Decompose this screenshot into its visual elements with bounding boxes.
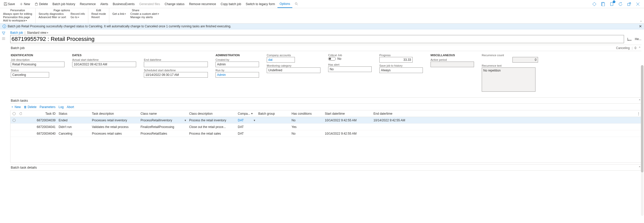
business-events-button[interactable]: BusinessEvents — [111, 0, 137, 8]
chevron-up-icon[interactable]: ⌃ — [638, 166, 641, 169]
save-label: Save — [8, 2, 15, 6]
record-info[interactable]: Record info — [71, 12, 85, 15]
col-task-desc[interactable]: Task description — [90, 110, 139, 117]
message-text: Batch job Retail Processing successfully… — [8, 25, 231, 28]
history-button[interactable]: Batch job history — [50, 0, 77, 8]
col-class-desc[interactable]: Class description — [188, 110, 236, 117]
svg-rect-6 — [602, 3, 605, 6]
grid-more-icon[interactable]: ⋮ — [636, 112, 641, 115]
grid-new-button[interactable]: ＋New — [11, 105, 21, 109]
read-mode[interactable]: Read mode — [91, 12, 106, 15]
batch-tasks-header[interactable]: Batch tasks ⌃ — [10, 97, 641, 104]
chevron-down-icon: ▾ — [125, 13, 126, 15]
options-tab[interactable]: Options — [277, 0, 292, 8]
message-close-icon[interactable]: ✕ — [639, 24, 642, 28]
progress-input[interactable]: 33.33 — [379, 57, 413, 63]
notification-badge: 0 — [613, 1, 615, 3]
col-task-id[interactable]: Task ID — [24, 110, 57, 117]
go-to[interactable]: Go to▾ — [71, 16, 85, 19]
cell-task-id: 68720034040 — [24, 132, 57, 135]
grid-delete-button[interactable]: 🗑Delete — [24, 105, 37, 109]
actual-start-input[interactable]: 10/14/2022 09:42:53 AM — [72, 62, 136, 67]
new-button[interactable]: New — [17, 0, 32, 8]
created-by-input[interactable]: Admin — [216, 62, 259, 67]
remove-recurrence-button[interactable]: Remove recurrence — [187, 0, 218, 8]
page-options-title: Page options — [53, 9, 70, 12]
col-batch-group[interactable]: Batch group — [257, 110, 290, 117]
monitoring-input[interactable]: Undefined — [267, 67, 320, 73]
table-row[interactable]: 68720034041Didn't runValidates the retai… — [10, 124, 641, 130]
change-status-button[interactable]: Change status — [163, 0, 186, 8]
refresh-column[interactable] — [18, 110, 24, 117]
col-has-conditions[interactable]: Has conditions — [290, 110, 323, 117]
cell-status: Canceling — [57, 132, 90, 135]
manage-alerts[interactable]: Manage my alerts — [130, 16, 159, 19]
job-desc-input[interactable]: Retail Processing — [11, 62, 65, 67]
copy-batch-job-button[interactable]: Copy batch job — [219, 0, 243, 8]
details-header[interactable]: Batch task details ⌃ — [10, 164, 641, 171]
active-period-input — [431, 62, 474, 67]
record-title-input[interactable] — [10, 35, 624, 43]
alerts-button[interactable]: Alerts — [98, 0, 110, 8]
recurrence-button[interactable]: Recurrence — [78, 0, 98, 8]
collapse-icon[interactable]: ⌃ — [640, 20, 642, 23]
delete-button[interactable]: Delete — [33, 0, 50, 8]
grid-abort-button[interactable]: Abort — [67, 105, 74, 109]
col-start-date[interactable]: Start date/time — [323, 110, 372, 117]
create-custom-alert[interactable]: Create a custom alert▾ — [130, 12, 159, 15]
scheduled-input[interactable]: 10/14/2022 09:30:17 AM — [144, 72, 208, 78]
get-link[interactable]: Get a link▾ — [112, 12, 126, 15]
batch-tasks-title: Batch tasks — [11, 99, 28, 102]
action-bar: Save New Delete Batch job history Recurr… — [0, 0, 644, 8]
col-end-date[interactable]: End date/time — [372, 110, 421, 117]
view-selector[interactable]: Standard view▾ — [27, 31, 48, 34]
advanced-filter[interactable]: Advanced filter or sort — [39, 16, 66, 19]
diamond-icon[interactable] — [591, 1, 597, 7]
breadcrumb-link[interactable]: Batch job — [10, 31, 23, 34]
title-lookup-button[interactable]: L... — [626, 35, 633, 43]
table-row[interactable]: 68720034040CancelingProcesses retail sal… — [10, 130, 641, 137]
refresh-icon[interactable] — [617, 1, 624, 7]
table-row[interactable]: 68720034039EndedProcesses retail invento… — [10, 117, 641, 124]
recur-text-label: Recurrence text — [482, 64, 538, 67]
grid-toolbar: ＋New 🗑Delete Parameters Log Abort — [10, 104, 641, 110]
svg-rect-2 — [4, 4, 6, 5]
add-to-workspace[interactable]: Add to workspace▾ — [3, 19, 32, 22]
cell-company: DAT ▾ — [236, 119, 257, 122]
svg-rect-1 — [5, 3, 6, 3]
col-class-name[interactable]: Class name — [139, 110, 188, 117]
personalize-page[interactable]: Personalize this page — [3, 16, 32, 19]
save-button[interactable]: Save — [2, 0, 17, 8]
always-open-editing[interactable]: Always open for editing — [3, 12, 32, 15]
switch-legacy-button[interactable]: Switch to legacy form — [244, 0, 277, 8]
batch-job-header[interactable]: Batch job Canceling | 0 ⌃ — [10, 45, 641, 51]
delete-label: Delete — [39, 2, 48, 6]
grid-parameters-button[interactable]: Parameters — [40, 105, 56, 109]
grid-log-button[interactable]: Log — [59, 105, 64, 109]
popout-icon[interactable] — [626, 1, 632, 7]
status-input[interactable]: Canceling — [11, 72, 49, 78]
col-status[interactable]: Status — [57, 110, 90, 117]
close-icon[interactable] — [635, 1, 641, 7]
title-help-button[interactable]: He... — [635, 35, 641, 43]
critical-toggle[interactable]: No — [328, 57, 372, 61]
col-company[interactable]: Compa...▼ — [236, 110, 257, 117]
scrollbar[interactable] — [641, 65, 643, 216]
end-date-input[interactable] — [144, 62, 208, 67]
run-by-input[interactable]: Admin — [216, 72, 259, 78]
chevron-up-icon[interactable]: ⌃ — [638, 99, 641, 102]
filter-icon[interactable] — [2, 31, 6, 36]
revert[interactable]: Revert — [91, 16, 106, 19]
search-action[interactable] — [293, 0, 300, 8]
row-select[interactable] — [10, 119, 18, 122]
has-alert-input[interactable]: No — [328, 66, 372, 72]
notifications-icon[interactable]: 0 — [609, 1, 615, 7]
security-diagnostics[interactable]: Security diagnostics — [39, 12, 66, 15]
attachments-icon[interactable] — [600, 1, 606, 7]
list-icon[interactable] — [2, 37, 6, 41]
select-all[interactable] — [10, 110, 18, 117]
chevron-up-icon[interactable]: ⌃ — [638, 46, 641, 50]
save-log-input[interactable]: Always — [379, 67, 423, 73]
company-input[interactable]: dat — [267, 57, 295, 63]
cell-class-desc: Close out the retail proce... — [188, 125, 236, 129]
